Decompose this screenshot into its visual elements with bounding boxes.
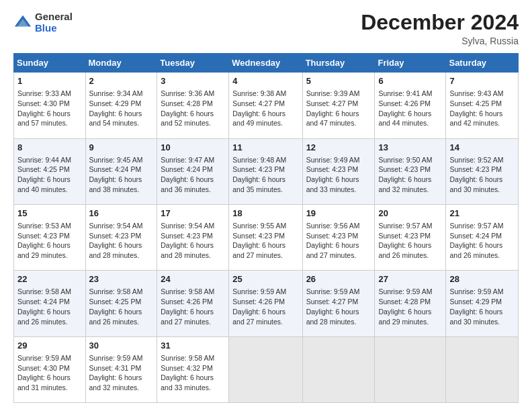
daylight-label: Daylight: 6 hours [378,175,431,183]
calendar-cell: 1Sunrise: 9:33 AMSunset: 4:30 PMDaylight… [14,73,86,138]
sunset-label: Sunset: 4:25 PM [17,165,70,173]
sunrise-label: Sunrise: 9:43 AM [449,89,503,97]
logo-icon [13,13,32,32]
day-number: 21 [449,208,515,220]
calendar-cell: 18Sunrise: 9:55 AMSunset: 4:23 PMDayligh… [229,204,302,270]
day-number: 8 [17,142,82,154]
daylight-minutes: and 33 minutes. [306,185,357,193]
sunrise-label: Sunrise: 9:58 AM [17,287,71,295]
sunrise-label: Sunrise: 9:39 AM [306,89,360,97]
calendar-cell: 7Sunrise: 9:43 AMSunset: 4:25 PMDaylight… [446,73,519,138]
daylight-label: Daylight: 6 hours [17,241,71,249]
daylight-minutes: and 33 minutes. [161,383,211,392]
daylight-label: Daylight: 6 hours [449,175,502,183]
sunset-label: Sunset: 4:23 PM [89,232,142,240]
week-row-4: 22Sunrise: 9:58 AMSunset: 4:24 PMDayligh… [14,271,519,336]
calendar-cell: 15Sunrise: 9:53 AMSunset: 4:23 PMDayligh… [14,204,86,270]
col-header-thursday: Thursday [302,54,375,73]
day-number: 26 [306,273,371,285]
day-number: 5 [306,75,371,87]
sunrise-label: Sunrise: 9:50 AM [378,156,432,164]
calendar-cell: 13Sunrise: 9:50 AMSunset: 4:23 PMDayligh… [375,138,446,204]
daylight-label: Daylight: 6 hours [89,241,142,249]
day-number: 13 [378,142,442,154]
daylight-minutes: and 26 minutes. [89,318,140,326]
daylight-label: Daylight: 6 hours [232,175,285,183]
sunrise-label: Sunrise: 9:45 AM [89,156,143,164]
calendar-cell: 16Sunrise: 9:54 AMSunset: 4:23 PMDayligh… [85,204,157,270]
day-number: 2 [89,75,154,87]
calendar-cell: 21Sunrise: 9:57 AMSunset: 4:24 PMDayligh… [446,204,519,270]
daylight-minutes: and 28 minutes. [306,318,357,326]
calendar-cell [229,336,302,402]
calendar-cell [375,336,446,402]
daylight-label: Daylight: 6 hours [232,308,285,316]
calendar-cell: 6Sunrise: 9:41 AMSunset: 4:26 PMDaylight… [375,73,446,138]
sunset-label: Sunset: 4:23 PM [378,165,431,173]
calendar-cell [302,336,375,402]
logo-general: General [35,11,73,22]
title-block: December 2024 Sylva, Russia [361,11,519,46]
day-number: 1 [17,75,82,87]
calendar-cell: 10Sunrise: 9:47 AMSunset: 4:24 PMDayligh… [157,138,229,204]
sunrise-label: Sunrise: 9:57 AM [449,222,503,230]
week-row-3: 15Sunrise: 9:53 AMSunset: 4:23 PMDayligh… [14,204,519,270]
col-header-wednesday: Wednesday [229,54,302,73]
day-number: 11 [232,142,298,154]
day-number: 23 [89,273,154,285]
sunset-label: Sunset: 4:27 PM [232,99,285,107]
sunset-label: Sunset: 4:23 PM [306,232,359,240]
calendar-cell [446,336,519,402]
header: General Blue December 2024 Sylva, Russia [13,11,519,46]
sunrise-label: Sunrise: 9:59 AM [17,354,71,362]
sunset-label: Sunset: 4:26 PM [161,298,213,306]
day-number: 12 [306,142,371,154]
week-row-5: 29Sunrise: 9:59 AMSunset: 4:30 PMDayligh… [14,336,519,402]
daylight-label: Daylight: 6 hours [378,109,431,118]
day-number: 20 [378,208,442,220]
daylight-label: Daylight: 6 hours [306,308,359,316]
daylight-minutes: and 42 minutes. [449,119,500,127]
daylight-minutes: and 30 minutes. [449,318,500,326]
calendar-cell: 12Sunrise: 9:49 AMSunset: 4:23 PMDayligh… [302,138,375,204]
sunset-label: Sunset: 4:23 PM [449,165,502,173]
sunrise-label: Sunrise: 9:54 AM [161,222,214,230]
calendar-body: 1Sunrise: 9:33 AMSunset: 4:30 PMDaylight… [14,73,519,403]
daylight-minutes: and 28 minutes. [89,251,140,259]
daylight-label: Daylight: 6 hours [232,241,285,249]
sunset-label: Sunset: 4:29 PM [449,298,502,306]
sunset-label: Sunset: 4:26 PM [232,298,285,306]
calendar-cell: 11Sunrise: 9:48 AMSunset: 4:23 PMDayligh… [229,138,302,204]
logo-text: General Blue [35,11,73,34]
calendar-cell: 25Sunrise: 9:59 AMSunset: 4:26 PMDayligh… [229,271,302,336]
calendar-cell: 23Sunrise: 9:58 AMSunset: 4:25 PMDayligh… [85,271,157,336]
sunset-label: Sunset: 4:26 PM [378,99,431,107]
logo-blue: Blue [35,22,57,34]
daylight-label: Daylight: 6 hours [378,241,431,249]
daylight-minutes: and 32 minutes. [378,185,429,193]
daylight-minutes: and 31 minutes. [17,383,68,392]
sunrise-label: Sunrise: 9:55 AM [232,222,286,230]
calendar-cell: 30Sunrise: 9:59 AMSunset: 4:31 PMDayligh… [85,336,157,402]
sunrise-label: Sunrise: 9:58 AM [89,287,143,295]
day-number: 6 [378,75,442,87]
sunrise-label: Sunrise: 9:36 AM [161,89,214,97]
sunrise-label: Sunrise: 9:59 AM [89,354,143,362]
sunset-label: Sunset: 4:23 PM [306,165,359,173]
day-number: 17 [161,208,225,220]
sunset-label: Sunset: 4:23 PM [161,232,213,240]
day-number: 3 [161,75,225,87]
sunset-label: Sunset: 4:24 PM [17,298,70,306]
sunrise-label: Sunrise: 9:59 AM [449,287,503,295]
calendar-cell: 19Sunrise: 9:56 AMSunset: 4:23 PMDayligh… [302,204,375,270]
daylight-label: Daylight: 6 hours [89,175,142,183]
daylight-minutes: and 38 minutes. [89,185,140,193]
daylight-label: Daylight: 6 hours [89,373,142,381]
daylight-minutes: and 54 minutes. [89,119,140,127]
sunrise-label: Sunrise: 9:59 AM [378,287,432,295]
sunrise-label: Sunrise: 9:44 AM [17,156,71,164]
sunset-label: Sunset: 4:27 PM [306,298,359,306]
sunset-label: Sunset: 4:27 PM [306,99,359,107]
daylight-minutes: and 29 minutes. [17,251,68,259]
sunset-label: Sunset: 4:29 PM [89,99,142,107]
